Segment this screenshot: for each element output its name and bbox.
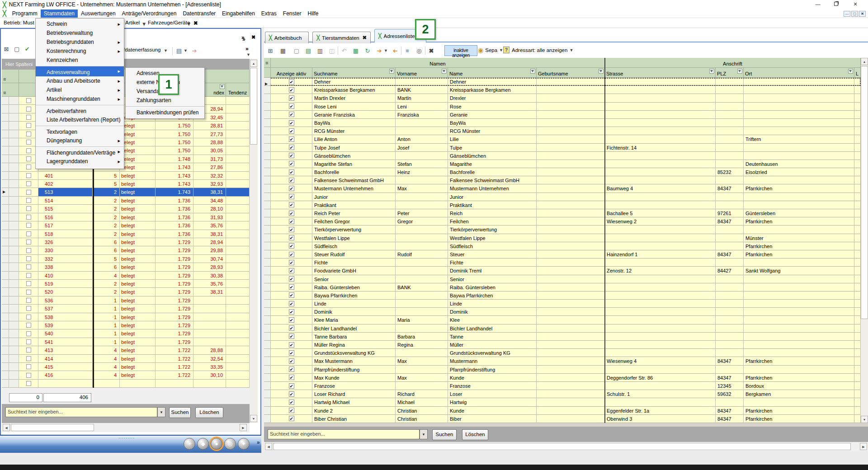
livestock-row[interactable]: 514 2 belegt 1.736 34,48 bbox=[2, 197, 250, 205]
tab-close-icon[interactable]: ✖ bbox=[363, 35, 367, 41]
anzeige-aktiv-checkbox[interactable] bbox=[289, 169, 294, 175]
livestock-row[interactable]: 414 4 belegt 1.722 32,54 bbox=[2, 355, 250, 363]
address-row[interactable]: Foodvariete GmbH Dominik Treml Zenostr. … bbox=[264, 267, 861, 275]
stammdaten-menu-item[interactable]: Anbau und Arbeitsorte bbox=[36, 76, 124, 85]
tab-fahrzeuge-geraete[interactable]: Fahrzeuge/Geräte bbox=[148, 20, 190, 25]
row-checkbox[interactable] bbox=[26, 132, 31, 136]
artikel-dropdown-icon[interactable]: ▼ bbox=[142, 21, 146, 27]
close-view-icon[interactable]: ✖ bbox=[193, 20, 198, 26]
address-row[interactable]: Fichte Fichte bbox=[264, 258, 861, 267]
anzeige-aktiv-checkbox[interactable] bbox=[289, 342, 294, 348]
stammdaten-menu-item[interactable]: Flächengrunddaten/Verträge bbox=[36, 146, 124, 157]
column-header-vorname[interactable]: Vorname bbox=[396, 68, 448, 78]
column-header-strasse[interactable]: Strasse bbox=[605, 68, 716, 78]
anzeige-aktiv-checkbox[interactable] bbox=[289, 95, 294, 101]
left-vertical-scrollbar[interactable]: ▲ ▼ bbox=[250, 59, 258, 423]
address-row[interactable]: Baywa Pfarrkirchen Baywa Pfarrkirchen bbox=[264, 291, 861, 300]
adressart-dropdown[interactable]: ? Adressart: alle anzeigen ▼ bbox=[503, 47, 573, 53]
grid-menu-icon2[interactable]: ≡ bbox=[2, 83, 19, 97]
address-row[interactable]: Tierkörperverwertung Tierkörperverwertun… bbox=[264, 226, 861, 234]
sepa-dropdown[interactable]: ◉ Sepa ▼ bbox=[478, 47, 503, 54]
search-binoculars-icon[interactable]: ◎ bbox=[415, 46, 424, 55]
livestock-row[interactable]: 326 6 belegt 1.729 28,94 bbox=[2, 238, 250, 246]
stammdaten-menu-item[interactable]: Adressverwaltung bbox=[36, 66, 124, 76]
mdi-restore-button[interactable]: ▢ bbox=[851, 11, 858, 17]
livestock-row[interactable]: 401 5 belegt 1.743 32,32 bbox=[2, 172, 250, 180]
anzeige-aktiv-checkbox[interactable] bbox=[289, 383, 294, 389]
statusbar-more-icon[interactable]: » bbox=[257, 439, 260, 446]
scroll-up-icon[interactable]: ▲ bbox=[861, 58, 868, 65]
right-vscroll-thumb[interactable] bbox=[861, 66, 868, 319]
anzeige-aktiv-checkbox[interactable] bbox=[289, 317, 294, 323]
livestock-row[interactable]: 519 2 belegt 1.729 35,76 bbox=[2, 280, 250, 288]
column-header-suchname[interactable]: Suchname bbox=[312, 68, 396, 78]
row-checkbox[interactable] bbox=[26, 290, 31, 295]
anzeige-aktiv-checkbox[interactable] bbox=[289, 252, 294, 257]
anzeige-aktiv-checkbox[interactable] bbox=[289, 325, 294, 331]
livestock-row[interactable]: 513 2 belegt 1.743 38,31 bbox=[2, 188, 250, 196]
address-row[interactable]: Feilchen Gregor Gregor Feilchen Wiesenwe… bbox=[264, 217, 861, 226]
anzeige-aktiv-checkbox[interactable] bbox=[289, 194, 294, 199]
anzeige-aktiv-checkbox[interactable] bbox=[289, 145, 294, 150]
livestock-row[interactable]: 538 1 belegt 1.729 bbox=[2, 313, 250, 321]
address-row[interactable]: Dehner Dehner bbox=[264, 78, 861, 86]
anzeige-aktiv-checkbox[interactable] bbox=[289, 112, 294, 117]
row-checkbox[interactable] bbox=[26, 140, 31, 145]
right-horizontal-scrollbar[interactable]: ◀ ▶ bbox=[264, 442, 868, 451]
livestock-row[interactable]: 517 2 belegt 1.736 35,76 bbox=[2, 221, 250, 230]
minimize-button[interactable]: — bbox=[811, 1, 824, 8]
status-species-icon[interactable]: ✳ bbox=[184, 438, 195, 450]
anzeige-aktiv-checkbox[interactable] bbox=[289, 391, 294, 397]
left-suchen-button[interactable]: Suchen bbox=[169, 407, 191, 418]
row-checkbox[interactable] bbox=[26, 98, 31, 103]
row-checkbox[interactable] bbox=[26, 315, 31, 320]
row-checkbox[interactable] bbox=[26, 256, 31, 261]
close-button[interactable]: ✕ bbox=[849, 1, 862, 8]
row-checkbox[interactable] bbox=[26, 364, 31, 369]
column-header-geburtsname[interactable]: Geburtsname bbox=[537, 68, 605, 78]
send-icon[interactable]: ➔ bbox=[190, 46, 199, 55]
address-row[interactable]: Rose Leni Leni Rose bbox=[264, 103, 861, 111]
anzeige-aktiv-checkbox[interactable] bbox=[289, 284, 294, 290]
address-row[interactable]: RCG Münster RCG Münster bbox=[264, 127, 861, 135]
undo-icon[interactable]: ↶ bbox=[340, 46, 349, 55]
livestock-row[interactable]: 536 1 belegt 1.729 bbox=[2, 296, 250, 305]
stammdaten-menu-item[interactable]: Maschinengrunddaten bbox=[36, 94, 124, 103]
livestock-row[interactable]: 410 4 belegt 1.729 30,38 bbox=[2, 272, 250, 280]
address-row[interactable]: Franzose Franzose 12345 Bordoux bbox=[264, 382, 861, 390]
livestock-row[interactable]: 332 5 belegt 1.729 30,74 bbox=[2, 255, 250, 263]
export-icon[interactable]: ➔ bbox=[375, 46, 384, 55]
anzeige-aktiv-checkbox[interactable] bbox=[289, 268, 294, 273]
export-dropdown-icon[interactable]: ▼ bbox=[384, 48, 388, 53]
filter-icon[interactable] bbox=[530, 69, 535, 74]
livestock-row[interactable]: 516 2 belegt 1.736 31,93 bbox=[2, 213, 250, 221]
excel-export-icon[interactable]: ▦ bbox=[351, 46, 360, 55]
livestock-row[interactable]: 415 4 belegt 1.722 33,35 bbox=[2, 363, 250, 371]
address-row[interactable]: Westfalen Lippe Westfalen Lippe Münster bbox=[264, 234, 861, 242]
row-checkbox[interactable] bbox=[26, 356, 31, 361]
address-row[interactable]: Bachforelle Heinz Bachforelle 85232 Eiso… bbox=[264, 168, 861, 176]
scroll-right-icon[interactable]: ▶ bbox=[860, 443, 867, 450]
address-row[interactable]: Gänseblümchen Gänseblümchen bbox=[264, 152, 861, 160]
status-species-icon[interactable]: ● bbox=[211, 438, 222, 450]
row-checkbox[interactable] bbox=[26, 306, 31, 311]
livestock-row[interactable]: 539 1 belegt 1.729 bbox=[2, 321, 250, 329]
address-row[interactable]: Falkensee Schweinmast GmbH Falkensee Sch… bbox=[264, 176, 861, 184]
address-row[interactable]: Magarithe Stefan Stefan Magarithe Deuten… bbox=[264, 160, 861, 168]
anzeige-aktiv-checkbox[interactable] bbox=[289, 235, 294, 240]
column-header-name[interactable]: Name bbox=[448, 68, 537, 78]
row-checkbox[interactable] bbox=[26, 107, 31, 112]
erfassung-dropdown[interactable]: fdatenerfassung bbox=[123, 47, 160, 52]
save-icon[interactable]: ◫ bbox=[327, 46, 336, 55]
left-horizontal-scrollbar[interactable]: ◀ ▶ bbox=[2, 423, 250, 432]
anzeige-aktiv-checkbox[interactable] bbox=[289, 136, 294, 142]
mdi-minimize-button[interactable]: — bbox=[844, 11, 850, 17]
column-header-land[interactable]: L bbox=[854, 68, 861, 78]
anzeige-aktiv-checkbox[interactable] bbox=[289, 334, 294, 339]
anzeige-aktiv-checkbox[interactable] bbox=[289, 178, 294, 183]
stammdaten-menu-item[interactable]: Schwein bbox=[36, 19, 124, 28]
right-suchen-button[interactable]: Suchen bbox=[432, 429, 457, 440]
address-row[interactable]: Geranie Franziska Franziska Geranie bbox=[264, 111, 861, 119]
livestock-row[interactable] bbox=[2, 380, 250, 388]
copy-record-icon[interactable]: ▥ bbox=[316, 46, 325, 55]
